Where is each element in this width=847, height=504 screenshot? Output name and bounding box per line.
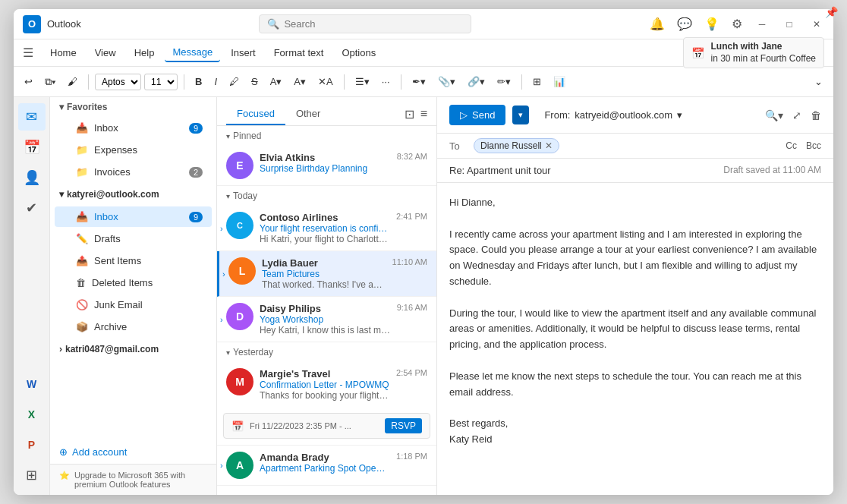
yesterday-chevron: ▾ xyxy=(226,348,230,357)
email-item-contoso[interactable]: › C Contoso Airlines Your flight reserva… xyxy=(217,206,436,251)
sidebar-powerpoint[interactable]: P xyxy=(18,431,46,458)
nav-sent-label: Sent Items xyxy=(94,255,141,266)
menu-options[interactable]: Options xyxy=(334,44,383,61)
nav-fav-expenses[interactable]: 📁 Expenses xyxy=(55,140,212,160)
recipient-chip[interactable]: Dianne Russell ✕ xyxy=(474,138,559,153)
menu-insert[interactable]: Insert xyxy=(223,44,263,61)
link-button[interactable]: 🔗▾ xyxy=(463,73,490,90)
signature-button[interactable]: ✒▾ xyxy=(408,73,430,90)
nav-fav-invoices[interactable]: 📁 Invoices 2 xyxy=(55,162,212,182)
tab-other[interactable]: Other xyxy=(285,103,332,125)
nav-drafts[interactable]: ✏️ Drafts xyxy=(55,228,212,249)
delete-icon[interactable]: 🗑 xyxy=(811,109,821,121)
sender-margie: Margie's Travel xyxy=(260,368,390,380)
send-button[interactable]: ▷ Send xyxy=(449,105,505,125)
email-item-pinned-1[interactable]: E Elvia Atkins Surprise Birthday Plannin… xyxy=(217,146,436,186)
email-item-amanda[interactable]: › A Amanda Brady Apartment Parking Spot … xyxy=(217,446,436,486)
expand-icon: › xyxy=(220,224,223,233)
email-item-margie[interactable]: M Margie's Travel Confirmation Letter - … xyxy=(217,362,436,446)
rsvp-button[interactable]: RSVP xyxy=(385,418,422,433)
format-painter-button[interactable]: 🖌 xyxy=(63,73,82,90)
preview-daisy: Hey Katri, I know this is last minute, b… xyxy=(260,325,391,335)
maximize-button[interactable]: □ xyxy=(782,17,797,32)
more-button[interactable]: ··· xyxy=(377,73,395,90)
copy-button[interactable]: ⧉▾ xyxy=(40,73,60,91)
from-chevron[interactable]: ▾ xyxy=(677,109,682,121)
nav-junk[interactable]: 🚫 Junk Email xyxy=(55,295,212,315)
tab-focused[interactable]: Focused xyxy=(226,103,285,125)
nav-deleted-label: Deleted Items xyxy=(92,277,153,288)
sidebar-calendar[interactable]: 📅 xyxy=(18,134,46,161)
lightbulb-icon[interactable]: 💡 xyxy=(704,17,719,31)
compose-body[interactable]: Hi Dianne, I recently came across your a… xyxy=(437,183,833,495)
nav-deleted[interactable]: 🗑 Deleted Items xyxy=(55,272,212,293)
close-button[interactable]: ✕ xyxy=(809,17,824,32)
account2-header[interactable]: › katri0487@gmail.com xyxy=(50,338,216,361)
italic-button[interactable]: I xyxy=(209,73,222,90)
menu-home[interactable]: Home xyxy=(43,44,84,61)
sidebar-word[interactable]: W xyxy=(18,370,46,398)
minimize-button[interactable]: ─ xyxy=(754,17,770,32)
menu-format-text[interactable]: Format text xyxy=(266,44,332,61)
nav-sent[interactable]: 📤 Sent Items xyxy=(55,250,212,271)
preview-margie: Thanks for booking your flight with Marg… xyxy=(260,390,390,401)
pop-out-icon[interactable]: ⤢ xyxy=(792,109,801,121)
email-item-lydia[interactable]: › L Lydia Bauer Team Pictures That worke… xyxy=(217,251,436,297)
compose-subject-row: Re: Apartment unit tour Draft saved at 1… xyxy=(437,159,833,183)
clear-format-button[interactable]: ✕A xyxy=(313,73,338,90)
folder-icon-invoices: 📁 xyxy=(76,166,88,178)
favorites-header[interactable]: ▾ Favorites xyxy=(50,97,216,117)
sent-icon: 📤 xyxy=(76,255,88,266)
filter-icon[interactable]: ≡ xyxy=(420,107,427,121)
font-family-select[interactable]: Aptos xyxy=(95,74,141,90)
hamburger-icon[interactable]: ☰ xyxy=(23,46,33,60)
bold-button[interactable]: B xyxy=(190,73,206,90)
font-color-button[interactable]: A▾ xyxy=(289,73,310,90)
account1-header[interactable]: ▾ katyrei@outlook.com xyxy=(50,183,216,206)
undo-button[interactable]: ↩ xyxy=(20,73,37,90)
pinned-section-header[interactable]: ▾ Pinned xyxy=(217,126,436,146)
sidebar-mail[interactable]: ✉ xyxy=(18,103,46,131)
sidebar-apps[interactable]: ⊞ xyxy=(18,461,46,489)
layout-icon[interactable]: ⊡ xyxy=(405,107,414,121)
menu-help[interactable]: Help xyxy=(127,44,162,61)
bell-icon[interactable]: 🔔 xyxy=(650,17,665,31)
format-button[interactable]: 🖊 xyxy=(225,73,244,90)
search-bar[interactable]: 🔍 xyxy=(259,14,471,33)
cc-button[interactable]: Cc xyxy=(786,140,797,151)
attach-button[interactable]: 📎▾ xyxy=(433,73,460,90)
sidebar-tasks[interactable]: ✔ xyxy=(18,194,46,222)
bcc-button[interactable]: Bcc xyxy=(806,140,821,151)
zoom-icon[interactable]: 🔍▾ xyxy=(765,109,783,121)
add-account-button[interactable]: ⊕ Add account xyxy=(50,440,216,464)
remove-recipient-icon[interactable]: ✕ xyxy=(545,140,553,151)
highlight-button[interactable]: A▾ xyxy=(266,73,287,90)
search-input[interactable] xyxy=(284,18,463,30)
menu-view[interactable]: View xyxy=(87,44,124,61)
font-size-select[interactable]: 11 xyxy=(144,74,178,90)
send-options-button[interactable]: ▾ xyxy=(512,106,529,124)
nav-drafts-label: Drafts xyxy=(94,233,121,244)
table-button[interactable]: ⊞ xyxy=(528,73,546,90)
menu-message[interactable]: Message xyxy=(165,43,220,62)
email-item-daisy[interactable]: › D Daisy Philips Yoga Workshop Hey Katr… xyxy=(217,297,436,342)
toolbar-expand-button[interactable]: ⌄ xyxy=(810,73,827,90)
sidebar-excel[interactable]: X xyxy=(18,401,46,428)
chat-icon[interactable]: 💬 xyxy=(677,17,692,31)
yesterday-section-header[interactable]: ▾ Yesterday xyxy=(217,342,436,362)
chart-button[interactable]: 📊 xyxy=(549,73,570,90)
sidebar-contacts[interactable]: 👤 xyxy=(18,164,46,191)
today-chevron: ▾ xyxy=(226,192,230,200)
app-name: Outlook xyxy=(47,18,81,30)
nav-inbox[interactable]: 📥 Inbox 9 xyxy=(55,206,212,227)
today-section-header[interactable]: ▾ Today xyxy=(217,186,436,206)
toolbar-separator-5 xyxy=(521,74,522,90)
pen-button[interactable]: ✏▾ xyxy=(493,73,515,90)
settings-icon[interactable]: ⚙ xyxy=(732,17,742,31)
list-button[interactable]: ☰▾ xyxy=(351,73,374,90)
nav-fav-inbox[interactable]: 📥 Inbox 9 xyxy=(55,118,212,138)
sender-lydia: Lydia Bauer xyxy=(262,257,386,269)
nav-archive[interactable]: 📦 Archive xyxy=(55,317,212,337)
subject-margie: Confirmation Letter - MPOWMQ xyxy=(260,380,390,390)
strikethrough-button[interactable]: S xyxy=(247,73,263,90)
